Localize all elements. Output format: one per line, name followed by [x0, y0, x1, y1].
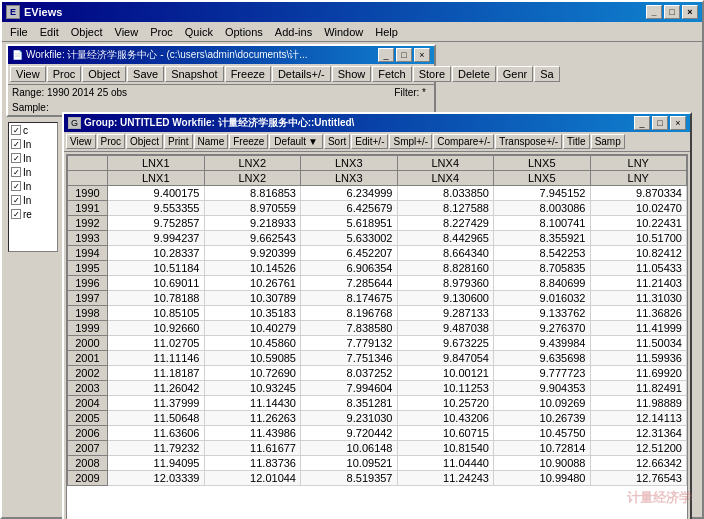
group-close[interactable]: × — [670, 116, 686, 130]
workfile-minimize[interactable]: _ — [378, 48, 394, 62]
group-freeze-btn[interactable]: Freeze — [229, 134, 268, 149]
group-proc-btn[interactable]: Proc — [97, 134, 126, 149]
group-default-dropdown[interactable]: Default ▼ — [269, 134, 323, 149]
checkbox-icon[interactable]: ✓ — [11, 209, 21, 219]
cell-lnx2: 11.26263 — [204, 411, 301, 426]
cell-lnx5: 10.09269 — [494, 396, 591, 411]
workfile-proc-btn[interactable]: Proc — [47, 66, 82, 82]
workfile-object-btn[interactable]: Object — [82, 66, 126, 82]
menu-options[interactable]: Options — [219, 24, 269, 40]
menu-help[interactable]: Help — [369, 24, 404, 40]
cell-lny: 11.21403 — [590, 276, 687, 291]
group-transpose-btn[interactable]: Transpose+/- — [495, 134, 562, 149]
cell-lnx3: 7.994604 — [301, 381, 398, 396]
close-button[interactable]: × — [682, 5, 698, 19]
cell-lny: 12.31364 — [590, 426, 687, 441]
year-cell: 1990 — [68, 186, 108, 201]
workfile-delete-btn[interactable]: Delete — [452, 66, 496, 82]
menu-quick[interactable]: Quick — [179, 24, 219, 40]
workfile-show-btn[interactable]: Show — [332, 66, 372, 82]
main-menu-bar: File Edit Object View Proc Quick Options… — [2, 22, 702, 42]
cell-lnx3: 7.751346 — [301, 351, 398, 366]
checkbox-icon[interactable]: ✓ — [11, 139, 21, 149]
cell-lnx5: 10.26739 — [494, 411, 591, 426]
cell-lnx5: 8.840699 — [494, 276, 591, 291]
cell-lnx1: 10.51184 — [108, 261, 205, 276]
list-item[interactable]: ✓ In — [9, 193, 57, 207]
list-item[interactable]: ✓ In — [9, 137, 57, 151]
cell-lny: 11.59936 — [590, 351, 687, 366]
cell-lnx1: 9.752857 — [108, 216, 205, 231]
list-item[interactable]: ✓ In — [9, 151, 57, 165]
list-item[interactable]: ✓ In — [9, 165, 57, 179]
checkbox-icon[interactable]: ✓ — [11, 195, 21, 205]
cell-lnx4: 10.25720 — [397, 396, 494, 411]
range-label: Range: — [12, 87, 44, 98]
year-cell: 2007 — [68, 441, 108, 456]
workfile-freeze-btn[interactable]: Freeze — [225, 66, 271, 82]
workfile-store-btn[interactable]: Store — [413, 66, 451, 82]
checkbox-icon[interactable]: ✓ — [11, 181, 21, 191]
group-maximize[interactable]: □ — [652, 116, 668, 130]
workfile-view-btn[interactable]: View — [10, 66, 46, 82]
group-samp-btn[interactable]: Samp — [591, 134, 625, 149]
menu-file[interactable]: File — [4, 24, 34, 40]
workfile-save-btn[interactable]: Save — [127, 66, 164, 82]
year-cell: 2009 — [68, 471, 108, 486]
year-cell: 1992 — [68, 216, 108, 231]
group-title-btn[interactable]: Title — [563, 134, 590, 149]
table-row: 19919.5533558.9705596.4256798.1275888.00… — [68, 201, 687, 216]
cell-lnx2: 10.30789 — [204, 291, 301, 306]
menu-view[interactable]: View — [109, 24, 145, 40]
group-sort-btn[interactable]: Sort — [324, 134, 350, 149]
checkbox-icon[interactable]: ✓ — [11, 125, 21, 135]
eviews-main-window: E EViews _ □ × File Edit Object View Pro… — [0, 0, 704, 519]
group-name-btn[interactable]: Name — [194, 134, 229, 149]
workfile-title-buttons: _ □ × — [378, 48, 430, 62]
cell-lnx1: 11.63606 — [108, 426, 205, 441]
year-cell: 2000 — [68, 336, 108, 351]
menu-addins[interactable]: Add-ins — [269, 24, 318, 40]
cell-lnx5: 9.016032 — [494, 291, 591, 306]
cell-lnx5: 10.72814 — [494, 441, 591, 456]
data-table-container[interactable]: LNX1 LNX2 LNX3 LNX4 LNX5 LNY LNX1 LNX2 L… — [66, 154, 688, 519]
checkbox-icon[interactable]: ✓ — [11, 153, 21, 163]
cell-lny: 9.870334 — [590, 186, 687, 201]
cell-lnx3: 8.351281 — [301, 396, 398, 411]
workfile-maximize[interactable]: □ — [396, 48, 412, 62]
cell-lnx3: 6.234999 — [301, 186, 398, 201]
cell-lny: 10.22431 — [590, 216, 687, 231]
menu-proc[interactable]: Proc — [144, 24, 179, 40]
workfile-snapshot-btn[interactable]: Snapshot — [165, 66, 223, 82]
group-smpl-btn[interactable]: Smpl+/- — [389, 134, 432, 149]
workfile-fetch-btn[interactable]: Fetch — [372, 66, 412, 82]
list-item[interactable]: ✓ re — [9, 207, 57, 221]
cell-lny: 11.98889 — [590, 396, 687, 411]
workfile-details-btn[interactable]: Details+/- — [272, 66, 331, 82]
col-subheader-lnx1: LNX1 — [108, 171, 205, 186]
group-minimize[interactable]: _ — [634, 116, 650, 130]
workfile-sa-btn[interactable]: Sa — [534, 66, 559, 82]
minimize-button[interactable]: _ — [646, 5, 662, 19]
list-item[interactable]: ✓ In — [9, 179, 57, 193]
cell-lny: 11.05433 — [590, 261, 687, 276]
group-edit-btn[interactable]: Edit+/- — [351, 134, 388, 149]
menu-edit[interactable]: Edit — [34, 24, 65, 40]
checkbox-icon[interactable]: ✓ — [11, 167, 21, 177]
col-header-lny: LNY — [590, 156, 687, 171]
group-view-btn[interactable]: View — [66, 134, 96, 149]
menu-window[interactable]: Window — [318, 24, 369, 40]
workfile-close[interactable]: × — [414, 48, 430, 62]
data-table: LNX1 LNX2 LNX3 LNX4 LNX5 LNY LNX1 LNX2 L… — [67, 155, 687, 486]
group-compare-btn[interactable]: Compare+/- — [433, 134, 494, 149]
cell-lny: 11.31030 — [590, 291, 687, 306]
workfile-genr-btn[interactable]: Genr — [497, 66, 533, 82]
list-item[interactable]: ✓ c — [9, 123, 57, 137]
maximize-button[interactable]: □ — [664, 5, 680, 19]
table-row: 200411.3799911.144308.35128110.2572010.0… — [68, 396, 687, 411]
group-object-btn[interactable]: Object — [126, 134, 163, 149]
group-print-btn[interactable]: Print — [164, 134, 193, 149]
table-row: 199510.5118410.145266.9063548.8281608.70… — [68, 261, 687, 276]
menu-object[interactable]: Object — [65, 24, 109, 40]
main-title-bar: E EViews _ □ × — [2, 2, 702, 22]
